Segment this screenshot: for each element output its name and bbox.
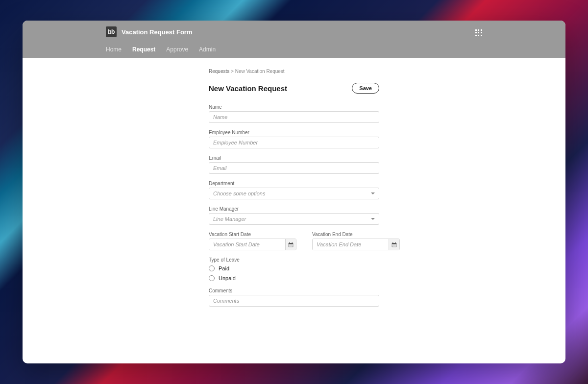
app-title: Vacation Request Form <box>122 28 192 36</box>
save-button[interactable]: Save <box>352 83 379 94</box>
page-header: New Vacation Request Save <box>209 83 379 94</box>
label-email: Email <box>209 155 379 161</box>
label-start-date: Vacation Start Date <box>209 232 296 237</box>
app-window: bb Vacation Request Form Home Request Ap… <box>23 21 565 363</box>
chevron-down-icon <box>371 218 375 220</box>
date-row: Vacation Start Date Vacation End Date <box>209 232 379 257</box>
content-area: Requests > New Vacation Request New Vaca… <box>23 58 565 363</box>
breadcrumb-current: New Vacation Request <box>235 69 285 74</box>
tab-request[interactable]: Request <box>132 46 155 53</box>
topbar: bb Vacation Request Form Home Request Ap… <box>23 21 565 58</box>
email-input[interactable] <box>209 162 379 174</box>
nav-tabs: Home Request Approve Admin <box>106 46 482 58</box>
breadcrumb: Requests > New Vacation Request <box>209 69 379 74</box>
name-input[interactable] <box>209 111 379 123</box>
calendar-icon <box>392 242 397 247</box>
employee-number-input[interactable] <box>209 137 379 148</box>
comments-input[interactable] <box>209 295 379 307</box>
start-date-wrap <box>209 239 296 250</box>
field-type-of-leave: Type of Leave Paid Unpaid <box>209 257 379 281</box>
leave-type-radio-group: Paid Unpaid <box>209 265 379 281</box>
line-manager-placeholder: Line Manager <box>213 216 246 222</box>
label-employee-number: Employee Number <box>209 130 379 135</box>
end-date-input[interactable] <box>313 239 389 250</box>
label-type-of-leave: Type of Leave <box>209 257 379 263</box>
label-department: Department <box>209 181 379 186</box>
form-container: Requests > New Vacation Request New Vaca… <box>209 69 379 344</box>
page-title: New Vacation Request <box>209 84 287 93</box>
field-comments: Comments <box>209 288 379 307</box>
calendar-icon <box>288 242 294 247</box>
radio-icon <box>209 275 215 281</box>
department-select[interactable]: Choose some options <box>209 188 379 199</box>
tab-approve[interactable]: Approve <box>166 46 188 53</box>
field-start-date: Vacation Start Date <box>209 232 296 250</box>
label-name: Name <box>209 104 379 110</box>
end-date-wrap <box>312 239 400 250</box>
field-employee-number: Employee Number <box>209 130 379 148</box>
radio-unpaid[interactable]: Unpaid <box>209 275 379 281</box>
app-logo: bb <box>106 26 117 37</box>
chevron-down-icon <box>371 192 375 194</box>
label-line-manager: Line Manager <box>209 206 379 212</box>
toolbar-right <box>475 29 482 36</box>
field-line-manager: Line Manager Line Manager <box>209 206 379 225</box>
radio-paid-label: Paid <box>219 265 229 271</box>
field-email: Email <box>209 155 379 174</box>
breadcrumb-parent[interactable]: Requests <box>209 69 229 74</box>
field-name: Name <box>209 104 379 123</box>
apps-grid-icon[interactable] <box>475 29 482 36</box>
titlebar: bb Vacation Request Form <box>106 26 482 40</box>
radio-icon <box>209 265 215 271</box>
start-date-input[interactable] <box>209 239 285 250</box>
label-end-date: Vacation End Date <box>312 232 400 237</box>
field-end-date: Vacation End Date <box>312 232 400 250</box>
start-date-calendar-button[interactable] <box>285 239 296 250</box>
department-placeholder: Choose some options <box>213 191 265 196</box>
tab-home[interactable]: Home <box>106 46 122 53</box>
field-department: Department Choose some options <box>209 181 379 199</box>
line-manager-select[interactable]: Line Manager <box>209 213 379 225</box>
end-date-calendar-button[interactable] <box>389 239 399 250</box>
radio-paid[interactable]: Paid <box>209 265 379 271</box>
label-comments: Comments <box>209 288 379 293</box>
tab-admin[interactable]: Admin <box>199 46 216 53</box>
radio-unpaid-label: Unpaid <box>219 275 236 281</box>
breadcrumb-sep: > <box>231 69 234 74</box>
